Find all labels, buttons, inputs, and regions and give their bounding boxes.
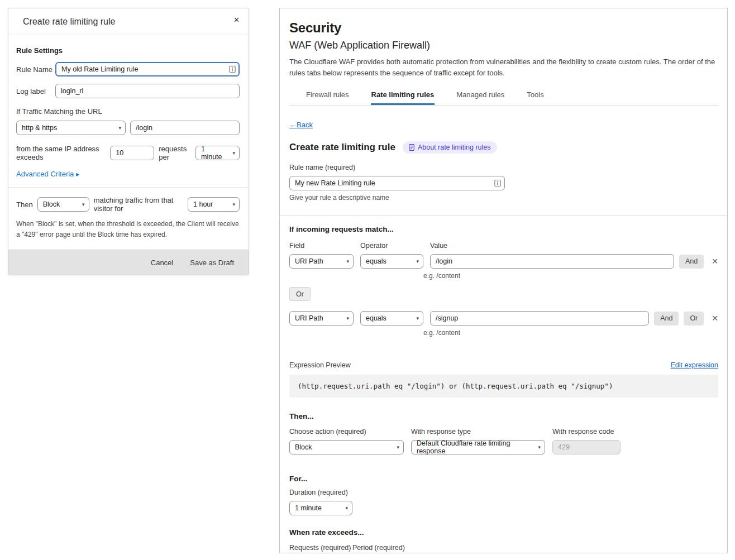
operator-select-value: equals: [366, 257, 386, 265]
about-badge-label: About rate limiting rules: [418, 143, 491, 151]
scheme-select[interactable]: http & https ▾: [16, 121, 126, 135]
create-rule-heading-row: Create rate limiting rule About rate lim…: [289, 141, 718, 154]
advanced-criteria-label: Advanced Criteria: [16, 170, 74, 178]
traffic-match-label: If Traffic Matching the URL: [16, 107, 240, 116]
url-pattern-input[interactable]: [130, 121, 240, 135]
action-select[interactable]: Block ▾: [37, 197, 89, 212]
duration-value: 1 minute: [295, 504, 322, 512]
close-icon[interactable]: ✕: [231, 14, 242, 26]
autofill-icon: [494, 180, 501, 187]
back-link[interactable]: ←Back: [289, 121, 313, 129]
and-button[interactable]: And: [654, 312, 679, 326]
tab-firewall-rules[interactable]: Firewall rules: [306, 87, 350, 105]
document-icon: [409, 144, 414, 151]
response-type-value: Default Cloudflare rate limiting respons…: [417, 439, 532, 455]
url-match-row: http & https ▾: [16, 121, 240, 135]
then-controls-row: Block ▾ Default Cloudflare rate limiting…: [289, 440, 718, 454]
divider: [8, 187, 249, 188]
operator-column-label: Operator: [360, 242, 423, 250]
page-description: The Cloudflare WAF provides both automat…: [289, 56, 718, 78]
chevron-down-icon: ▾: [346, 259, 349, 264]
tab-rate-limiting-rules[interactable]: Rate limiting rules: [371, 87, 435, 105]
page-subtitle: WAF (Web Application Firewall): [289, 40, 718, 51]
field-select-value: URI Path: [295, 314, 323, 322]
field-select[interactable]: URI Path ▾: [289, 254, 354, 269]
match-heading: If incoming requests match...: [289, 225, 718, 233]
expand-right-icon: ▶: [76, 172, 79, 177]
choose-action-label: Choose action (required): [289, 428, 411, 435]
field-column-label: Field: [289, 242, 354, 250]
match-row: URI Path ▾ equals ▾ And Or ✕: [289, 311, 718, 326]
rule-name-input[interactable]: [289, 176, 505, 190]
then-labels-row: Choose action (required) With response t…: [289, 428, 718, 435]
edit-expression-link[interactable]: Edit expression: [671, 361, 718, 369]
then-heading: Then...: [289, 412, 718, 420]
and-button[interactable]: And: [679, 255, 704, 269]
rate-labels-row: Requests (required) Period (required): [289, 544, 718, 552]
rule-name-row: Rule Name: [16, 62, 240, 76]
dialog-title: Create rate limiting rule: [23, 17, 115, 27]
action-select-value: Block: [43, 200, 60, 208]
block-duration-value: 1 hour: [193, 200, 213, 208]
choose-action-select[interactable]: Block ▾: [289, 440, 404, 454]
operator-select[interactable]: equals ▾: [360, 311, 423, 326]
log-label-input[interactable]: [55, 84, 240, 98]
dialog-body: Rule Settings Rule Name Log label If Tra…: [8, 35, 249, 275]
save-as-draft-button[interactable]: Save as Draft: [190, 259, 234, 267]
scheme-select-value: http & https: [22, 124, 57, 132]
field-select-value: URI Path: [295, 257, 323, 265]
requests-suffix-text: requests per: [159, 145, 191, 161]
value-input[interactable]: [430, 254, 674, 269]
period-select-value: 1 minute: [201, 145, 227, 161]
about-rate-limiting-badge[interactable]: About rate limiting rules: [403, 141, 497, 154]
back-arrow-icon: ←: [289, 121, 297, 129]
response-code-input: [552, 440, 621, 454]
chevron-down-icon: ▾: [232, 202, 235, 207]
match-columns-header: Field Operator Value: [289, 242, 718, 250]
rule-name-help: Give your rule a descriptive name: [289, 194, 718, 202]
requests-count-input[interactable]: [110, 146, 154, 160]
match-row: URI Path ▾ equals ▾ And ✕: [289, 254, 718, 269]
field-select[interactable]: URI Path ▾: [289, 311, 354, 326]
chevron-down-icon: ▾: [397, 444, 399, 450]
response-type-select[interactable]: Default Cloudflare rate limiting respons…: [411, 440, 545, 454]
waf-tabs: Firewall rules Rate limiting rules Manag…: [289, 87, 718, 106]
remove-row-icon[interactable]: ✕: [712, 257, 718, 266]
log-label-row: Log label: [16, 84, 240, 98]
tab-managed-rules[interactable]: Managed rules: [456, 87, 505, 105]
operator-select-value: equals: [366, 314, 386, 322]
back-label: Back: [297, 121, 313, 129]
chevron-down-icon: ▾: [538, 444, 541, 450]
requests-label: Requests (required): [289, 544, 352, 552]
or-connector-button[interactable]: Or: [289, 287, 311, 301]
divider: [280, 215, 727, 216]
autofill-icon: [229, 66, 236, 73]
chevron-down-icon: ▾: [118, 125, 121, 131]
duration-select[interactable]: 1 minute ▾: [289, 501, 352, 515]
block-note-text: When "Block" is set, when the threshold …: [16, 219, 240, 240]
value-input[interactable]: [430, 311, 649, 326]
rule-name-label: Rule name (required): [289, 164, 718, 171]
block-duration-select[interactable]: 1 hour ▾: [188, 197, 240, 212]
remove-row-icon[interactable]: ✕: [712, 314, 718, 323]
or-button[interactable]: Or: [684, 312, 704, 326]
value-hint: e.g. /content: [423, 329, 718, 337]
duration-label: Duration (required): [289, 489, 718, 496]
advanced-criteria-link[interactable]: Advanced Criteria ▶: [16, 170, 79, 178]
rule-name-label: Rule Name: [16, 65, 55, 74]
for-heading: For...: [289, 475, 718, 483]
chevron-down-icon: ▾: [346, 315, 349, 321]
rule-name-input[interactable]: [55, 62, 240, 76]
operator-select[interactable]: equals ▾: [360, 254, 423, 269]
choose-action-value: Block: [295, 443, 312, 451]
then-suffix-text: matching traffic from that visitor for: [94, 196, 183, 213]
cancel-button[interactable]: Cancel: [151, 259, 173, 267]
create-rule-heading: Create rate limiting rule: [289, 142, 395, 153]
period-select[interactable]: 1 minute ▾: [195, 146, 240, 160]
log-label-label: Log label: [16, 87, 55, 95]
value-hint: e.g. /content: [423, 272, 718, 280]
exceeds-prefix-text: from the same IP address exceeds: [16, 145, 106, 161]
tab-tools[interactable]: Tools: [526, 87, 544, 105]
rate-exceeds-heading: When rate exceeds...: [289, 528, 718, 537]
dialog-header: Create rate limiting rule ✕: [8, 8, 249, 35]
